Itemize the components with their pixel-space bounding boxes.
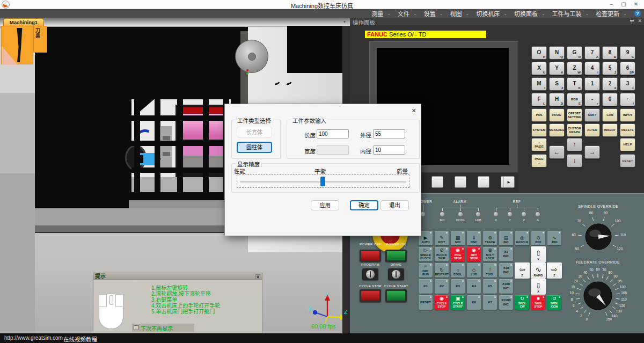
key-reset[interactable]: RESET [620, 154, 635, 167]
key-h[interactable]: HD [549, 93, 565, 106]
spdl-stop-button[interactable]: ■SPDLSTOP [531, 295, 545, 310]
key-5[interactable]: 5J [602, 62, 618, 75]
key-1[interactable]: 1, [584, 77, 600, 91]
key-8[interactable]: 8B [602, 46, 618, 60]
key-eob[interactable]: EOBE [567, 93, 582, 106]
menu-item-[interactable]: 检查更新 [594, 9, 621, 18]
rapid-button[interactable]: ∿RAPID [531, 262, 546, 279]
jog-z-minus-button[interactable]: ⇦Z [515, 262, 530, 279]
handle-button[interactable]: ◎HANDLE [515, 231, 529, 245]
jog-x-plus-button[interactable]: ⇧X [531, 246, 546, 262]
k7-button[interactable]: K7 [483, 295, 497, 310]
key-alter[interactable]: ALTER [584, 123, 600, 137]
power-on-button[interactable] [385, 250, 407, 262]
softkey-4[interactable] [455, 176, 466, 188]
key-x[interactable]: XU [531, 62, 547, 75]
k4-button[interactable]: K4 [467, 279, 481, 294]
cool-button[interactable]: ☼COOL [451, 263, 465, 278]
menu-item-[interactable]: 切换机床 [474, 9, 501, 18]
k2-button[interactable]: K2 [435, 279, 449, 294]
jog-z-plus-button[interactable]: ⇨Z [547, 262, 562, 279]
key-o[interactable]: OP [531, 46, 547, 60]
key-z[interactable]: ZW [567, 62, 582, 75]
prg-stop-button[interactable]: ◉PRGSTOP [451, 247, 465, 261]
key-g[interactable]: GR [567, 46, 582, 60]
key-4[interactable]: 4I [584, 62, 600, 75]
spdl-ccw-button[interactable]: ↺SPDLCCW [547, 295, 561, 310]
power-off-button[interactable] [360, 250, 381, 262]
k3-button[interactable]: K3 [451, 279, 465, 294]
status-url[interactable]: http://www.greatsim.com [4, 335, 63, 341]
handwheel[interactable] [235, 40, 268, 73]
dnc-button[interactable]: ⇓DNC [467, 231, 481, 245]
inc-button[interactable]: ▤INC [499, 231, 513, 245]
mdi-button[interactable]: ▦MDI [451, 231, 465, 245]
x1000-inc-button[interactable]: X1000INC [499, 295, 513, 310]
key-3[interactable]: 3= [620, 77, 635, 91]
edit-button[interactable]: ✎EDIT [435, 231, 449, 245]
ok-button[interactable]: 确定 [350, 200, 378, 210]
minimize-button[interactable]: – [605, 1, 617, 7]
dry-run-button[interactable]: ≈DRYRUN [419, 263, 433, 278]
key-offset-setting[interactable]: OFFSETSETTING [567, 108, 582, 122]
softkey-menu-right[interactable]: ► [503, 176, 515, 188]
key-input[interactable]: INPUT [620, 108, 635, 122]
tool-panel-tab[interactable]: 刀具 [33, 26, 47, 53]
drive-key-switch[interactable] [388, 268, 404, 280]
cycle-start-button[interactable]: ▣CYCLESTART [451, 295, 465, 310]
spindle-override-knob[interactable]: 5060708090100110120 [570, 209, 627, 260]
k6-button[interactable]: K6 [467, 295, 481, 310]
jog-x-minus-button[interactable]: ⇩X [531, 279, 546, 295]
key-2[interactable]: 2# [602, 77, 618, 91]
key-6[interactable]: 6SP [620, 62, 635, 75]
program-key-switch[interactable] [362, 268, 378, 280]
key-delete[interactable]: DELETE [620, 123, 635, 137]
cycle-start-button[interactable] [385, 289, 407, 302]
key-insert[interactable]: INSERT [602, 123, 618, 137]
dialog-close-icon[interactable]: ✕ [409, 107, 418, 115]
key-pos[interactable]: POS [531, 108, 547, 122]
menu-item-[interactable]: 设置 [422, 9, 437, 18]
field-input-0[interactable] [317, 129, 349, 138]
key-cursor-down[interactable]: ↓ [567, 154, 582, 167]
key-prog[interactable]: PROG [549, 108, 565, 122]
opt-stop-button[interactable]: ◉OPTSTOP [467, 247, 481, 261]
field-input-3[interactable] [373, 145, 405, 155]
x1-inc-button[interactable]: X1INC [499, 247, 513, 261]
exit-button[interactable]: 退出 [380, 200, 409, 210]
feedrate-override-knob[interactable]: 0246810152030405060708090951001051101201… [568, 265, 628, 325]
restart-button[interactable]: ↻RESTART [435, 263, 449, 278]
key-[interactable]: -+ [584, 93, 600, 106]
key-s[interactable]: SJ [549, 77, 565, 91]
x100-inc-button[interactable]: X100INC [499, 279, 513, 294]
k5-button[interactable]: K5 [483, 279, 497, 294]
block-skip-button[interactable]: ⊘BLOCKSKIP [435, 247, 449, 261]
tab-machining1[interactable]: Machining1 [3, 18, 44, 26]
cycle-stop-button[interactable] [360, 289, 381, 302]
dont-show-again-checkbox[interactable] [134, 325, 138, 330]
hint-close-icon[interactable]: ▣ [255, 274, 260, 279]
machine-window[interactable] [131, 94, 231, 198]
spdl-cw-button[interactable]: ↻SPDLCW [515, 295, 529, 310]
status-video-link[interactable]: 在线视频教程 [63, 335, 97, 343]
panel-close-icon[interactable]: ✕ [638, 18, 642, 24]
key-cursor-up[interactable]: ↑ [567, 138, 582, 151]
softkey-5[interactable] [478, 176, 489, 188]
maximize-button[interactable]: ▢ [618, 1, 630, 7]
tool-button[interactable]: ⊺TOOL [483, 263, 497, 278]
key-help[interactable]: HELP [620, 138, 635, 151]
softkey-3[interactable] [431, 176, 443, 188]
x10-inc-button[interactable]: X10INC [499, 263, 513, 278]
key-9[interactable]: 9C [620, 46, 635, 60]
menu-item-[interactable]: 测量 [370, 9, 385, 18]
key-system[interactable]: SYSTEM [531, 123, 547, 137]
key-custom-graph[interactable]: CUSTOMGRAPH [567, 123, 582, 137]
reset-button[interactable]: RESET [419, 295, 433, 310]
menu-item-[interactable]: 工件与工装 [551, 9, 583, 18]
key-page-down[interactable]: PAGE↓ [531, 154, 547, 167]
key-shift[interactable]: SHIFT [584, 108, 600, 122]
key-can[interactable]: CAN [602, 108, 618, 122]
lub-button[interactable]: ◇LUB [467, 263, 481, 278]
field-input-1[interactable] [373, 129, 405, 138]
key-m[interactable]: MI [531, 77, 547, 91]
